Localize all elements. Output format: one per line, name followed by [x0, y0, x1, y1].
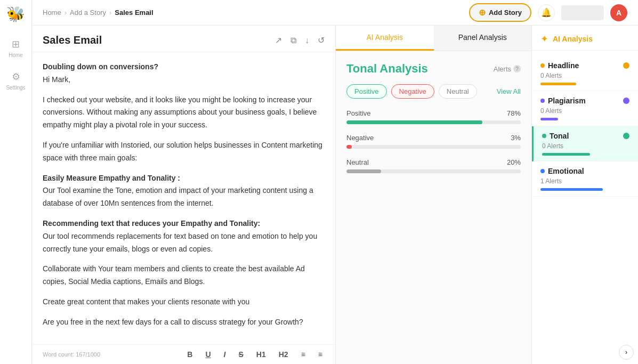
- right-panel: ✦ AI Analysis Headline 0 Alerts: [531, 26, 638, 364]
- bold-button[interactable]: B: [185, 348, 195, 361]
- underline-button[interactable]: U: [203, 348, 213, 361]
- negative-label: Negative: [346, 134, 374, 142]
- content-p8: Are you free in the next few days for a …: [43, 316, 325, 329]
- plagiarism-dot: [540, 99, 545, 103]
- neutral-track: [346, 169, 521, 173]
- headline-alerts: 0 Alerts: [540, 72, 629, 79]
- filter-negative[interactable]: Negative: [391, 84, 434, 99]
- alerts-label: Alerts ?: [494, 65, 521, 73]
- content-p4: Easily Measure Empathy and Tonality :Our…: [43, 172, 325, 210]
- rp-item-headline-header: Headline: [540, 61, 629, 70]
- notification-button[interactable]: 🔔: [538, 4, 555, 21]
- positive-pct: 78%: [507, 109, 521, 117]
- rp-item-headline-title: Headline: [540, 61, 579, 70]
- tonal-alerts: 0 Alerts: [542, 142, 629, 150]
- breadcrumb: Home › Add a Story › Sales Email: [43, 9, 154, 17]
- content-p7: Create great content that makes your cli…: [43, 296, 325, 309]
- scroll-right-button[interactable]: ›: [619, 345, 634, 360]
- rp-item-emotional-header: Emotional: [540, 167, 629, 175]
- sidebar-item-home[interactable]: ⊞ Home: [0, 34, 31, 62]
- top-nav: Home › Add a Story › Sales Email ⊕ Add S…: [32, 0, 638, 26]
- share-icon: ↗: [275, 36, 282, 45]
- tonal-bar: [542, 153, 590, 156]
- plus-icon: ⊕: [479, 7, 486, 18]
- tone-bar-neutral: Neutral 20%: [346, 158, 521, 173]
- editor-title: Sales Email: [43, 34, 102, 46]
- rp-item-headline[interactable]: Headline 0 Alerts: [532, 56, 638, 91]
- refresh-button[interactable]: ↺: [318, 35, 325, 45]
- sidebar: 🐝 ⊞ Home ⚙ Settings: [0, 0, 32, 364]
- rp-item-tonal-header: Tonal: [542, 132, 629, 140]
- h2-button[interactable]: H2: [277, 348, 290, 361]
- avatar-initials: A: [616, 9, 621, 17]
- strikethrough-button[interactable]: S: [237, 348, 246, 361]
- right-panel-title: AI Analysis: [553, 35, 593, 43]
- share-button[interactable]: ↗: [275, 35, 282, 45]
- add-story-label: Add Story: [489, 9, 522, 17]
- filter-positive[interactable]: Positive: [346, 84, 387, 99]
- settings-icon: ⚙: [12, 71, 20, 83]
- editor-content[interactable]: Doubling down on conversions?Hi Mark, I …: [32, 52, 335, 344]
- rp-item-emotional[interactable]: Emotional 1 Alerts: [532, 161, 638, 197]
- tab-ai-analysis[interactable]: AI Analysis: [336, 26, 434, 51]
- content-p3: If you're unfamiliar with Instoried, our…: [43, 139, 325, 165]
- user-menu-button[interactable]: [561, 5, 604, 20]
- analysis-content: Tonal Analysis Alerts ? Positive Negativ…: [336, 51, 531, 364]
- app-logo[interactable]: 🐝: [6, 5, 26, 25]
- tab-panel-analysis-label: Panel Analysis: [458, 33, 507, 42]
- add-story-button[interactable]: ⊕ Add Story: [469, 3, 531, 22]
- breadcrumb-home[interactable]: Home: [43, 9, 61, 17]
- rp-item-plagiarism-header: Plagiarism: [540, 96, 629, 105]
- ai-analysis-icon: ✦: [540, 33, 548, 45]
- editor-toolbar-top: ↗ ⧉ ↓ ↺: [275, 35, 325, 45]
- sidebar-item-settings[interactable]: ⚙ Settings: [0, 67, 31, 95]
- word-count: Word count: 167/1000: [43, 351, 100, 358]
- content-p6: Collaborate with Your team members and c…: [43, 263, 325, 288]
- analysis-tabs: AI Analysis Panel Analysis: [336, 26, 531, 51]
- right-panel-header: ✦ AI Analysis: [532, 26, 638, 51]
- neutral-pct: 20%: [507, 158, 521, 166]
- sidebar-home-label: Home: [9, 52, 23, 58]
- content-p1: Doubling down on conversions?Hi Mark,: [43, 61, 325, 86]
- negative-fill: [346, 145, 352, 149]
- content-p2: I checked out your website, and it looks…: [43, 94, 325, 132]
- content-p5: Recommending text that reduces your Empa…: [43, 217, 325, 255]
- tonal-dot: [542, 134, 546, 138]
- neutral-fill: [346, 169, 381, 173]
- refresh-icon: ↺: [318, 36, 325, 45]
- positive-label: Positive: [346, 109, 371, 117]
- positive-track: [346, 120, 521, 124]
- avatar[interactable]: A: [610, 4, 627, 21]
- tone-filter-row: Positive Negative Neutral View All: [346, 84, 521, 99]
- download-button[interactable]: ↓: [305, 35, 309, 45]
- plagiarism-alerts: 0 Alerts: [540, 107, 629, 115]
- negative-pct: 3%: [511, 134, 521, 142]
- italic-button[interactable]: I: [222, 348, 228, 361]
- list2-button[interactable]: ≡: [316, 348, 325, 361]
- view-all-link[interactable]: View All: [497, 87, 521, 95]
- breadcrumb-sep2: ›: [109, 9, 111, 17]
- breadcrumb-add-story[interactable]: Add a Story: [70, 9, 106, 17]
- rp-item-tonal[interactable]: Tonal 0 Alerts: [532, 126, 638, 161]
- alerts-text: Alerts: [494, 65, 511, 73]
- breadcrumb-current: Sales Email: [115, 9, 153, 17]
- h1-button[interactable]: H1: [254, 348, 268, 361]
- copy-button[interactable]: ⧉: [290, 35, 296, 45]
- rp-item-plagiarism[interactable]: Plagiarism 0 Alerts: [532, 91, 638, 126]
- headline-status: [623, 62, 629, 69]
- list1-button[interactable]: ≡: [299, 348, 308, 361]
- tone-bar-neutral-row: Neutral 20%: [346, 158, 521, 166]
- plagiarism-bar: [540, 118, 558, 120]
- editor-footer: Word count: 167/1000 B U I S H1 H2 ≡ ≡: [32, 344, 335, 364]
- tone-bar-positive: Positive 78%: [346, 109, 521, 124]
- positive-fill: [346, 120, 482, 124]
- format-toolbar: B U I S H1 H2 ≡ ≡: [185, 348, 325, 361]
- headline-bar: [540, 83, 576, 85]
- filter-neutral[interactable]: Neutral: [439, 84, 477, 99]
- right-panel-items: Headline 0 Alerts Plagiarism: [532, 51, 638, 202]
- tab-panel-analysis[interactable]: Panel Analysis: [434, 26, 532, 51]
- emotional-bar: [540, 188, 603, 191]
- alerts-info-icon: ?: [513, 65, 521, 72]
- analysis-panel: AI Analysis Panel Analysis Tonal Analysi…: [336, 26, 531, 364]
- plagiarism-status: [623, 98, 629, 104]
